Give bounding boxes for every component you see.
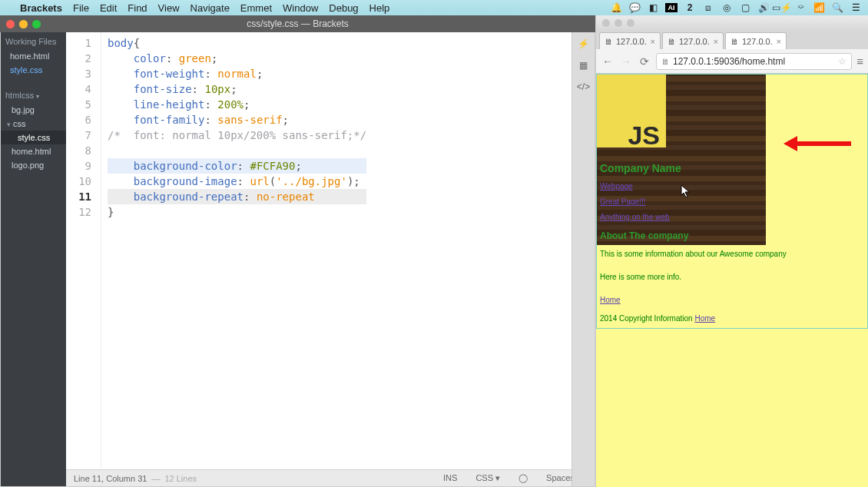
- extension-toolbar: ⚡ ▦ </>: [571, 32, 595, 486]
- menu-navigate[interactable]: Navigate: [190, 2, 230, 14]
- tab-label: 127.0.0.: [742, 37, 773, 46]
- menu-debug[interactable]: Debug: [329, 2, 358, 14]
- chrome-menu-icon[interactable]: ≡: [856, 55, 863, 68]
- about-heading: About The company: [597, 227, 766, 245]
- reload-button[interactable]: ⟳: [638, 55, 651, 68]
- code-editor[interactable]: 123456789101112 body{ color: green; font…: [66, 32, 595, 469]
- tree-bg[interactable]: bg.jpg: [1, 103, 66, 117]
- nav-link-3[interactable]: Anything on the web: [600, 210, 763, 225]
- editor-area: 123456789101112 body{ color: green; font…: [66, 32, 595, 486]
- tab-favicon-icon: 🗎: [668, 37, 676, 46]
- signal-icon[interactable]: 📶: [813, 2, 825, 13]
- annotation-arrow: [784, 136, 851, 151]
- badge-two-icon[interactable]: 2: [684, 2, 696, 13]
- tree-home-html[interactable]: home.html: [1, 144, 66, 158]
- brackets-sidebar: Working Files home.html style.css htmlcs…: [1, 32, 66, 486]
- working-files-label: Working Files: [1, 32, 66, 49]
- chat-icon[interactable]: 💬: [628, 2, 641, 13]
- tab-label: 127.0.0.: [679, 37, 710, 46]
- window-close-button[interactable]: [6, 20, 15, 28]
- tab-label: 127.0.0.: [616, 37, 647, 46]
- url-text: 127.0.0.1:59036/home.html: [673, 56, 785, 67]
- nav-link-2[interactable]: Great Page!!!: [600, 194, 763, 210]
- menu-help[interactable]: Help: [369, 2, 390, 14]
- chrome-close-button[interactable]: [602, 19, 610, 27]
- project-label[interactable]: htmlcss ▾: [1, 86, 66, 103]
- chrome-tab-2[interactable]: 🗎 127.0.0. ×: [662, 32, 724, 49]
- extension-manager-icon[interactable]: ▦: [577, 58, 591, 72]
- chrome-maximize-button[interactable]: [627, 19, 634, 27]
- chrome-titlebar[interactable]: [596, 15, 868, 31]
- menu-find[interactable]: Find: [128, 2, 147, 14]
- brackets-titlebar[interactable]: css/style.css — Brackets: [0, 15, 595, 32]
- notifications-icon[interactable]: 🔔: [610, 2, 622, 13]
- tab-favicon-icon: 🗎: [605, 37, 613, 46]
- chrome-tab-1[interactable]: 🗎 127.0.0. ×: [599, 32, 661, 49]
- tab-close-icon[interactable]: ×: [777, 37, 781, 46]
- tab-close-icon[interactable]: ×: [714, 37, 718, 46]
- display-icon[interactable]: ▢: [739, 2, 751, 13]
- wifi-icon[interactable]: ⌔: [794, 2, 807, 13]
- chrome-minimize-button[interactable]: [615, 19, 622, 27]
- nav-link-1[interactable]: Webpage: [600, 179, 763, 194]
- window-maximize-button[interactable]: [32, 20, 41, 28]
- statusbar: Line 11, Column 31 — 12 Lines INS CSS ▾ …: [66, 469, 595, 486]
- live-preview-icon[interactable]: ⚡: [577, 37, 591, 51]
- cube-icon[interactable]: ◧: [647, 2, 659, 13]
- tree-style-css[interactable]: style.css: [1, 131, 66, 144]
- chrome-window: 🗎 127.0.0. × 🗎 127.0.0. × 🗎 127.0.0. × ←…: [595, 15, 868, 487]
- window-minimize-button[interactable]: [19, 20, 28, 28]
- chrome-tab-3[interactable]: 🗎 127.0.0. ×: [725, 32, 787, 49]
- forward-button[interactable]: →: [619, 55, 633, 68]
- chrome-tabstrip: 🗎 127.0.0. × 🗎 127.0.0. × 🗎 127.0.0. ×: [596, 31, 868, 49]
- status-circle-icon[interactable]: ◯: [515, 473, 531, 483]
- app-name-menu[interactable]: Brackets: [20, 2, 62, 14]
- working-file-style[interactable]: style.css: [1, 63, 66, 77]
- battery-icon[interactable]: ▭⚡: [776, 2, 788, 13]
- about-paragraph-2: Here is some more info.: [597, 268, 867, 287]
- window-title: css/style.css — Brackets: [0, 18, 595, 29]
- volume-icon[interactable]: 🔊: [757, 2, 770, 13]
- brackets-window: css/style.css — Brackets Working Files h…: [0, 15, 595, 487]
- insert-mode[interactable]: INS: [440, 473, 460, 483]
- adobe-ai-icon[interactable]: AI: [665, 3, 678, 12]
- menu-view[interactable]: View: [158, 2, 180, 14]
- address-bar[interactable]: 🗎 127.0.0.1:59036/home.html ☆: [656, 53, 852, 70]
- working-file-home[interactable]: home.html: [1, 49, 66, 63]
- sync-icon[interactable]: ◎: [721, 2, 733, 13]
- menu-edit[interactable]: Edit: [100, 2, 117, 14]
- dropbox-icon[interactable]: ⧇: [702, 2, 714, 13]
- mac-menubar: Brackets File Edit Find View Navigate Em…: [0, 0, 868, 15]
- line-gutter: 123456789101112: [66, 32, 101, 469]
- company-heading: Company Name: [597, 159, 766, 177]
- home-link[interactable]: Home: [600, 296, 621, 304]
- tree-css-folder[interactable]: ▾css: [1, 117, 66, 131]
- tab-close-icon[interactable]: ×: [651, 37, 655, 46]
- copyright-home-link[interactable]: Home: [694, 314, 715, 323]
- js-logo: JS: [597, 75, 666, 147]
- page-icon: 🗎: [661, 57, 670, 66]
- about-paragraph-1: This is some information about our Aweso…: [597, 245, 867, 263]
- spotlight-icon[interactable]: 🔍: [831, 2, 843, 13]
- tree-logo-png[interactable]: logo.png: [1, 158, 66, 172]
- code-tag-icon[interactable]: </>: [577, 80, 591, 94]
- menu-window[interactable]: Window: [283, 2, 318, 14]
- copyright-text: 2014 Copyright Information: [600, 314, 694, 323]
- tab-favicon-icon: 🗎: [731, 37, 739, 46]
- cursor-position: Line 11, Column 31: [74, 474, 147, 483]
- back-button[interactable]: ←: [601, 55, 615, 68]
- menu-emmet[interactable]: Emmet: [240, 2, 272, 14]
- code-content[interactable]: body{ color: green; font-weight: normal;…: [101, 32, 366, 469]
- chrome-toolbar: ← → ⟳ 🗎 127.0.0.1:59036/home.html ☆ ≡: [596, 49, 868, 74]
- language-mode[interactable]: CSS ▾: [472, 473, 503, 483]
- bookmark-star-icon[interactable]: ☆: [838, 56, 846, 67]
- line-count: 12 Lines: [164, 474, 197, 483]
- menu-file[interactable]: File: [73, 2, 89, 14]
- notification-center-icon[interactable]: ☰: [850, 2, 862, 13]
